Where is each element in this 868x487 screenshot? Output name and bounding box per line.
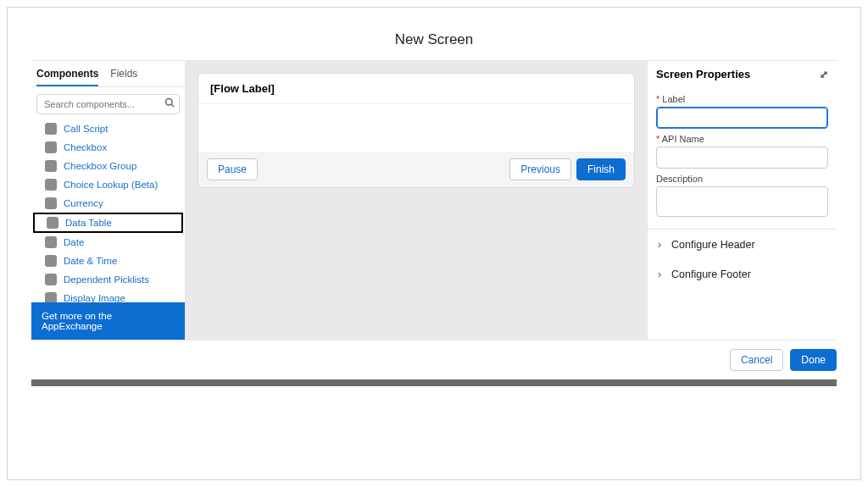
chevron-right-icon: › — [658, 238, 666, 251]
component-checkbox[interactable]: Checkbox — [31, 138, 185, 157]
component-dependent-picklists[interactable]: Dependent Picklists — [31, 270, 185, 289]
chevron-right-icon: › — [658, 268, 666, 280]
previous-button[interactable]: Previous — [509, 158, 571, 180]
expand-icon[interactable]: ⤢ — [820, 69, 828, 80]
component-label: Currency — [64, 198, 103, 208]
component-icon — [45, 292, 57, 302]
component-date-time[interactable]: Date & Time — [31, 252, 185, 270]
component-icon — [45, 179, 57, 191]
flow-footer: Pause Previous Finish — [198, 152, 634, 187]
component-label: Dependent Picklists — [64, 274, 149, 285]
tab-fields[interactable]: Fields — [110, 68, 137, 86]
label-input[interactable] — [656, 107, 828, 129]
left-panel: Components Fields Call Script Checkbox C… — [31, 61, 186, 340]
component-list: Call Script Checkbox Checkbox Group Choi… — [31, 119, 185, 302]
flow-card[interactable]: [Flow Label] Pause Previous Finish — [198, 73, 635, 188]
flow-body[interactable] — [198, 104, 634, 152]
component-label: Choice Lookup (Beta) — [64, 180, 158, 190]
canvas: [Flow Label] Pause Previous Finish — [186, 61, 647, 340]
flow-label: [Flow Label] — [198, 74, 634, 104]
component-label: Call Script — [64, 124, 108, 134]
component-date[interactable]: Date — [31, 233, 185, 252]
accordion-label: Configure Header — [671, 239, 755, 251]
component-label: Data Table — [65, 218, 112, 228]
component-label: Date & Time — [64, 256, 117, 266]
search-wrap — [31, 87, 185, 119]
svg-line-1 — [171, 104, 174, 107]
api-field-label: * API Name — [656, 134, 828, 144]
component-call-script[interactable]: Call Script — [31, 119, 185, 138]
finish-button[interactable]: Finish — [576, 158, 626, 180]
component-choice-lookup[interactable]: Choice Lookup (Beta) — [31, 175, 185, 194]
component-checkbox-group[interactable]: Checkbox Group — [31, 157, 185, 175]
component-label: Date — [64, 237, 84, 247]
component-label: Checkbox — [64, 142, 107, 152]
component-label: Display Image — [64, 293, 125, 302]
label-field-label: * Label — [656, 94, 828, 104]
tabs: Components Fields — [31, 61, 185, 87]
properties-header: Screen Properties ⤢ — [656, 68, 828, 89]
component-icon — [45, 197, 57, 209]
accordion-label: Configure Footer — [671, 268, 751, 280]
description-input[interactable] — [656, 186, 828, 217]
svg-point-0 — [166, 99, 173, 106]
component-icon — [45, 141, 57, 153]
component-display-image[interactable]: Display Image — [31, 289, 185, 302]
done-button[interactable]: Done — [790, 349, 837, 371]
appexchange-link[interactable]: Get more on the AppExchange — [31, 302, 185, 340]
pause-button[interactable]: Pause — [207, 158, 258, 180]
page-title: New Screen — [8, 8, 860, 60]
properties-panel: Screen Properties ⤢ * Label * API Name D… — [647, 61, 837, 340]
component-icon — [45, 274, 57, 285]
search-input[interactable] — [36, 94, 180, 114]
properties-title: Screen Properties — [656, 68, 750, 80]
main-row: Components Fields Call Script Checkbox C… — [31, 60, 837, 340]
component-icon — [45, 160, 57, 172]
desc-field-label: Description — [656, 174, 828, 184]
cancel-button[interactable]: Cancel — [730, 349, 783, 371]
bottom-shadow — [31, 379, 837, 386]
api-name-input[interactable] — [656, 147, 828, 169]
component-data-table[interactable]: Data Table — [33, 213, 183, 233]
component-icon — [45, 255, 57, 267]
search-icon — [164, 97, 175, 108]
configure-header-section[interactable]: › Configure Header — [656, 230, 828, 259]
modal-footer: Cancel Done — [31, 340, 837, 379]
configure-footer-section[interactable]: › Configure Footer — [656, 259, 828, 289]
component-icon — [45, 236, 57, 248]
component-label: Checkbox Group — [64, 161, 136, 171]
screen-editor-frame: New Screen Components Fields Call Script… — [7, 7, 861, 480]
component-icon — [47, 217, 58, 229]
component-currency[interactable]: Currency — [31, 194, 185, 213]
component-icon — [45, 123, 57, 135]
tab-components[interactable]: Components — [36, 68, 98, 86]
